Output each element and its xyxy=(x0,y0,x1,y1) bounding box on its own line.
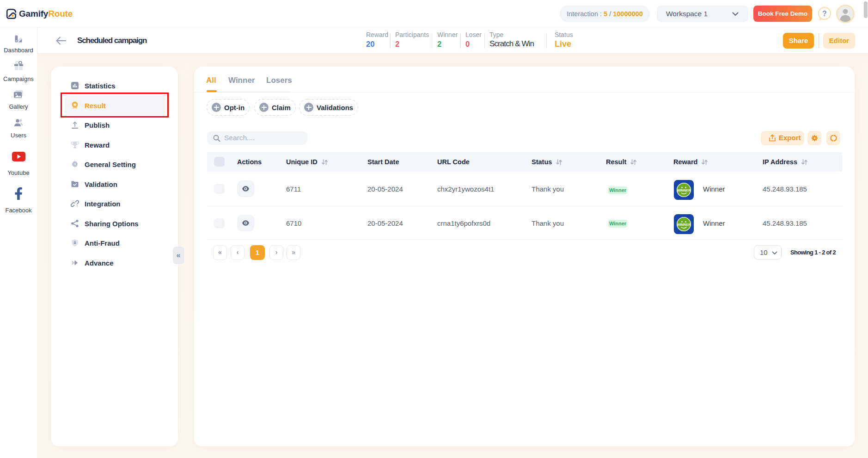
svg-text:?: ? xyxy=(822,10,827,18)
svg-text:WINNER: WINNER xyxy=(677,188,691,192)
svg-text:WINNER: WINNER xyxy=(677,223,691,227)
